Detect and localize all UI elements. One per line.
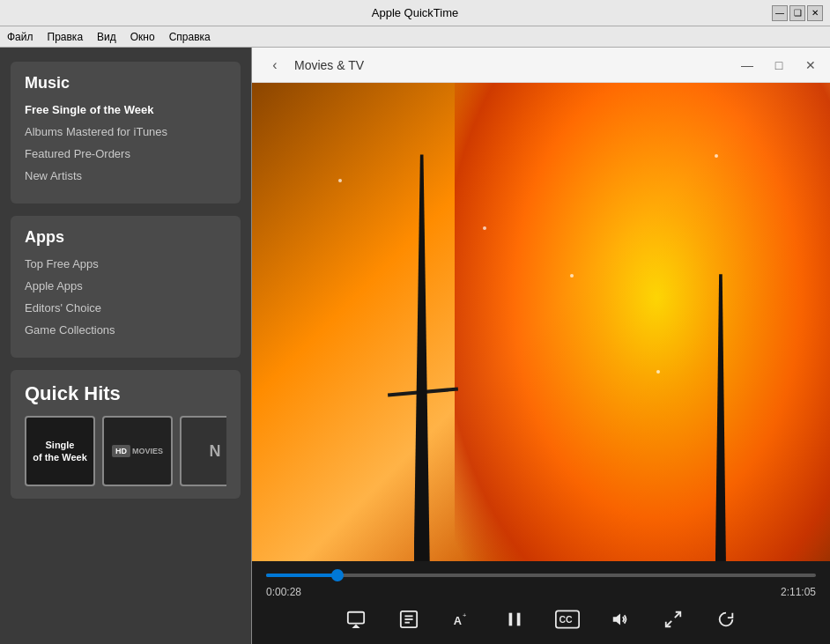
airplay-icon — [346, 610, 366, 629]
svg-marker-1 — [352, 625, 359, 629]
sparkle-1 — [338, 179, 342, 182]
restore-button[interactable]: ❑ — [789, 5, 805, 21]
time-row: 0:00:28 2:11:05 — [266, 586, 816, 598]
replay-icon — [716, 610, 736, 629]
menu-edit[interactable]: Правка — [48, 31, 84, 43]
fullscreen-icon — [663, 610, 683, 629]
apps-section-title: Apps — [25, 228, 226, 247]
quick-hits-section: Quick Hits Single of the Week HD MOVIES … — [11, 370, 241, 499]
apps-section: Apps Top Free Apps Apple Apps Editors' C… — [11, 216, 241, 358]
window-restore-button[interactable]: □ — [770, 56, 788, 74]
svg-text:A: A — [454, 614, 462, 627]
controls-row: A + CC — [266, 605, 816, 633]
progress-track — [266, 574, 816, 577]
sidebar-item-top-free[interactable]: Top Free Apps — [25, 257, 226, 270]
main-content: Music Free Single of the Week Albums Mas… — [0, 48, 830, 644]
volume-button[interactable] — [606, 605, 634, 633]
sidebar-item-new-artists[interactable]: New Artists — [25, 169, 226, 182]
window-title-bar: ‹ Movies & TV — □ ✕ — [252, 48, 830, 83]
single-week-text: Single of the Week — [33, 439, 87, 464]
quick-hits-items: Single of the Week HD MOVIES N — [25, 416, 226, 486]
window-back-button[interactable]: ‹ — [263, 53, 287, 78]
window-close-button[interactable]: ✕ — [802, 56, 819, 74]
window-controls: — □ ✕ — [738, 56, 819, 74]
video-frame — [252, 83, 830, 561]
chapters-icon — [399, 610, 419, 629]
sparkle-3 — [656, 370, 660, 374]
subtitles-icon: A + — [452, 610, 471, 629]
menu-window[interactable]: Окно — [130, 31, 155, 43]
sidebar-item-free-single[interactable]: Free Single of the Week — [25, 103, 226, 116]
menu-bar: Файл Правка Вид Окно Справка — [0, 26, 830, 48]
progress-thumb[interactable] — [331, 569, 344, 581]
svg-text:CC: CC — [559, 614, 573, 625]
quick-hit-third[interactable]: N — [180, 416, 226, 486]
svg-text:+: + — [463, 611, 466, 619]
progress-bar-container[interactable] — [266, 568, 816, 582]
total-time: 2:11:05 — [781, 586, 816, 598]
music-section-title: Music — [25, 74, 226, 93]
app-title: Apple QuickTime — [372, 6, 459, 19]
sidebar-item-editors-choice[interactable]: Editors' Choice — [25, 301, 226, 315]
cc-icon: CC — [555, 610, 580, 629]
close-button[interactable]: ✕ — [807, 5, 823, 21]
svg-line-13 — [675, 612, 680, 618]
closed-captions-button[interactable]: CC — [553, 605, 582, 633]
replay-button[interactable] — [712, 605, 740, 633]
svg-line-14 — [666, 621, 671, 626]
current-time: 0:00:28 — [266, 586, 301, 598]
fullscreen-button[interactable] — [659, 605, 687, 633]
airplay-button[interactable] — [342, 605, 370, 633]
sparkle-2 — [570, 274, 574, 278]
music-section: Music Free Single of the Week Albums Mas… — [11, 62, 241, 204]
movies-tv-window: ‹ Movies & TV — □ ✕ — [251, 48, 830, 644]
quick-hits-title: Quick Hits — [25, 382, 226, 405]
subtitles-button[interactable]: A + — [448, 605, 476, 633]
title-bar-buttons: — ❑ ✕ — [772, 5, 823, 21]
pause-button[interactable] — [500, 605, 529, 633]
menu-help[interactable]: Справка — [169, 31, 211, 43]
sun-glow — [455, 83, 830, 561]
player-controls: 0:00:28 2:11:05 — [252, 561, 830, 644]
volume-icon — [611, 610, 630, 629]
quick-hit-single-week[interactable]: Single of the Week — [25, 416, 95, 486]
tower-left — [414, 154, 430, 561]
chapters-button[interactable] — [395, 605, 423, 633]
svg-marker-12 — [613, 614, 620, 625]
window-minimize-button[interactable]: — — [738, 56, 756, 74]
minimize-button[interactable]: — — [772, 5, 788, 21]
sidebar-item-apple-apps[interactable]: Apple Apps — [25, 279, 226, 292]
menu-file[interactable]: Файл — [7, 31, 33, 43]
video-area — [252, 83, 830, 561]
hd-badge: HD — [112, 445, 130, 457]
progress-fill — [266, 574, 337, 577]
title-bar: Apple QuickTime — ❑ ✕ — [0, 0, 830, 26]
window-title: Movies & TV — [294, 58, 364, 72]
sidebar-item-albums-mastered[interactable]: Albums Mastered for iTunes — [25, 125, 226, 138]
svg-rect-9 — [517, 613, 521, 626]
quick-hit-hd-movies[interactable]: HD MOVIES — [102, 416, 173, 486]
hd-movies-label: MOVIES — [132, 447, 163, 455]
menu-view[interactable]: Вид — [97, 31, 116, 43]
svg-rect-0 — [348, 612, 364, 624]
svg-rect-8 — [509, 613, 513, 626]
third-card-label: N — [210, 442, 221, 461]
sidebar-item-game-collections[interactable]: Game Collections — [25, 323, 226, 337]
pause-icon — [505, 610, 524, 629]
sidebar-item-featured-preorders[interactable]: Featured Pre-Orders — [25, 147, 226, 160]
sidebar: Music Free Single of the Week Albums Mas… — [0, 48, 251, 644]
